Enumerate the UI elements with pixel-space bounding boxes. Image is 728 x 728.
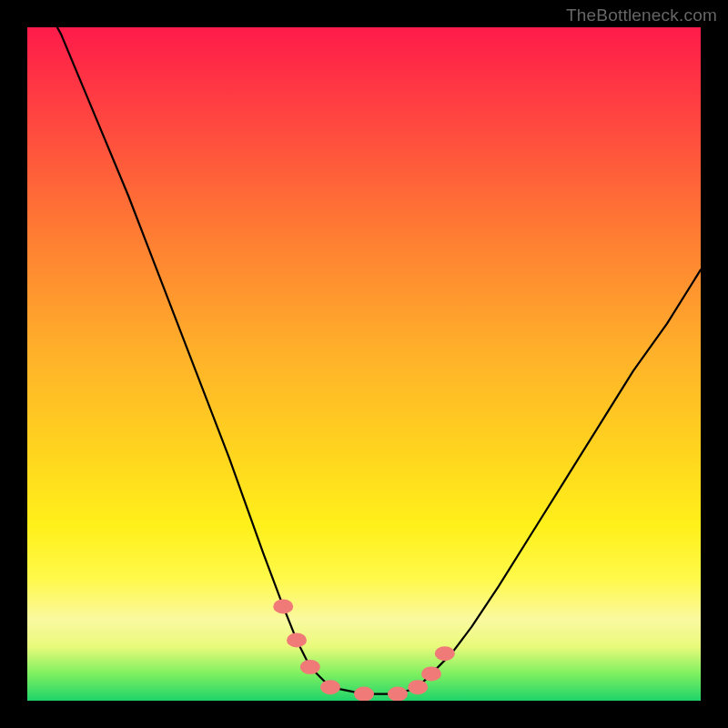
marker-dot: [408, 680, 428, 694]
chart-svg: [27, 27, 701, 701]
marker-dot: [421, 666, 441, 681]
bottleneck-curve: [27, 27, 701, 694]
plot-area: [27, 27, 701, 701]
marker-dot: [320, 680, 340, 694]
watermark-text: TheBottleneck.com: [566, 5, 717, 25]
marker-dot: [435, 646, 455, 661]
marker-dot: [273, 599, 293, 613]
marker-dot: [354, 687, 374, 701]
marker-dot: [287, 632, 307, 647]
marker-dot: [300, 660, 320, 674]
marker-dot: [388, 687, 408, 701]
chart-frame: TheBottleneck.com: [0, 0, 728, 728]
highlight-markers: [273, 599, 455, 701]
